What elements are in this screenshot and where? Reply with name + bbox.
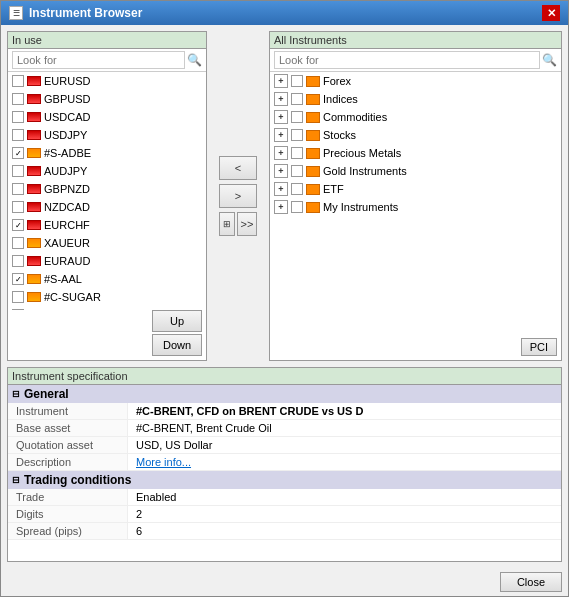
expand-icon[interactable]: + (274, 110, 288, 124)
bottom-row: Close (1, 568, 568, 596)
folder-icon (306, 166, 320, 177)
list-item-text: AUDJPY (44, 165, 87, 177)
list-item-checkbox[interactable]: ✓ (12, 219, 24, 231)
list-item-text: EURAUD (44, 255, 90, 267)
list-item[interactable]: NZDCAD (8, 198, 206, 216)
tree-item[interactable]: +Gold Instruments (270, 162, 561, 180)
list-item[interactable]: XAUEUR (8, 234, 206, 252)
in-use-search-icon[interactable]: 🔍 (187, 53, 202, 67)
trading-collapse-icon[interactable]: ⊟ (12, 475, 20, 485)
spec-label-spread: Spread (pips) (8, 523, 128, 539)
left-arrow-button[interactable]: < (219, 156, 257, 180)
expand-icon[interactable]: + (274, 92, 288, 106)
list-item[interactable]: ✓EURCHF (8, 216, 206, 234)
general-collapse-icon[interactable]: ⊟ (12, 389, 20, 399)
double-right-arrow-button[interactable]: >> (237, 212, 257, 236)
tree-item[interactable]: +ETF (270, 180, 561, 198)
tree-item[interactable]: +Commodities (270, 108, 561, 126)
up-button[interactable]: Up (152, 310, 202, 332)
tree-item[interactable]: +Stocks (270, 126, 561, 144)
in-use-list-area: EURUSDGBPUSDUSDCADUSDJPY✓#S-ADBEAUDJPYGB… (8, 72, 206, 310)
list-item-flag (27, 76, 41, 86)
tree-checkbox[interactable] (291, 147, 303, 159)
list-item-checkbox[interactable] (12, 129, 24, 141)
list-item-checkbox[interactable] (12, 183, 24, 195)
list-item-flag (27, 238, 41, 248)
tree-checkbox[interactable] (291, 129, 303, 141)
in-use-search-input[interactable] (12, 51, 185, 69)
spec-row-instrument: Instrument #C-BRENT, CFD on BRENT CRUDE … (8, 403, 561, 420)
list-item[interactable]: GBPNZD (8, 180, 206, 198)
list-item[interactable]: AUDJPY (8, 162, 206, 180)
list-item-text: USDCAD (44, 111, 90, 123)
list-item-checkbox[interactable] (12, 93, 24, 105)
list-item-checkbox[interactable]: ✓ (12, 147, 24, 159)
in-use-list: EURUSDGBPUSDUSDCADUSDJPY✓#S-ADBEAUDJPYGB… (8, 72, 206, 310)
tree-checkbox[interactable] (291, 111, 303, 123)
folder-icon (306, 76, 320, 87)
list-item-text: EURCHF (44, 219, 90, 231)
pci-button[interactable]: PCI (521, 338, 557, 356)
spec-value-base-asset: #C-BRENT, Brent Crude Oil (128, 420, 561, 436)
list-item[interactable]: EURAUD (8, 252, 206, 270)
all-instruments-search-bar: 🔍 (270, 49, 561, 72)
all-instruments-search-icon[interactable]: 🔍 (542, 53, 557, 67)
list-item-checkbox[interactable] (12, 291, 24, 303)
list-item[interactable]: GBPUSD (8, 90, 206, 108)
list-item[interactable]: ✓#S-ADBE (8, 144, 206, 162)
list-item-checkbox[interactable] (12, 165, 24, 177)
list-item-checkbox[interactable] (12, 237, 24, 249)
expand-icon[interactable]: + (274, 164, 288, 178)
right-panel-bottom: PCI (270, 334, 561, 360)
tree-item[interactable]: +Indices (270, 90, 561, 108)
list-item-checkbox[interactable] (12, 111, 24, 123)
list-item[interactable]: ✓#S-AAL (8, 270, 206, 288)
list-item-checkbox[interactable]: ✓ (12, 273, 24, 285)
all-instruments-search-input[interactable] (274, 51, 540, 69)
list-item-text: GBPNZD (44, 183, 90, 195)
tree-item[interactable]: +Precious Metals (270, 144, 561, 162)
list-item[interactable]: USDCAD (8, 108, 206, 126)
spec-row-description: Description More info... (8, 454, 561, 471)
all-instruments-list: +Forex+Indices+Commodities+Stocks+Precio… (270, 72, 561, 334)
expand-icon[interactable]: + (274, 200, 288, 214)
right-arrow-button[interactable]: > (219, 184, 257, 208)
instrument-browser-window: ☰ Instrument Browser ✕ In use 🔍 EURUSDGB… (0, 0, 569, 597)
tree-checkbox[interactable] (291, 201, 303, 213)
tree-checkbox[interactable] (291, 183, 303, 195)
list-item-checkbox[interactable] (12, 201, 24, 213)
title-bar: ☰ Instrument Browser ✕ (1, 1, 568, 25)
tree-checkbox[interactable] (291, 75, 303, 87)
tree-checkbox[interactable] (291, 93, 303, 105)
close-main-button[interactable]: Close (500, 572, 562, 592)
list-item-checkbox[interactable] (12, 255, 24, 267)
list-item-flag (27, 94, 41, 104)
expand-icon[interactable]: + (274, 182, 288, 196)
window-close-button[interactable]: ✕ (542, 5, 560, 21)
list-item-text: EURUSD (44, 75, 90, 87)
list-item[interactable]: EURUSD (8, 72, 206, 90)
list-item-flag (27, 274, 41, 284)
down-button[interactable]: Down (152, 334, 202, 356)
list-item-text: GBPUSD (44, 93, 90, 105)
expand-icon[interactable]: + (274, 128, 288, 142)
expand-icon[interactable]: + (274, 146, 288, 160)
list-item-flag (27, 112, 41, 122)
tree-item-text: ETF (323, 183, 344, 195)
tree-checkbox[interactable] (291, 165, 303, 177)
spec-value-digits: 2 (128, 506, 561, 522)
tree-item[interactable]: +Forex (270, 72, 561, 90)
list-item-flag (27, 184, 41, 194)
in-use-label: In use (8, 32, 206, 49)
list-item-checkbox[interactable] (12, 75, 24, 87)
list-item-text: XAUEUR (44, 237, 90, 249)
list-item[interactable]: #C-SUGAR (8, 288, 206, 306)
middle-panel: < > ⊞ >> (213, 31, 263, 361)
expand-icon[interactable]: + (274, 74, 288, 88)
spec-value-description[interactable]: More info... (128, 454, 561, 470)
list-item-text: NZDCAD (44, 201, 90, 213)
grid-button[interactable]: ⊞ (219, 212, 235, 236)
tree-item[interactable]: +My Instruments (270, 198, 561, 216)
folder-icon (306, 202, 320, 213)
list-item[interactable]: USDJPY (8, 126, 206, 144)
